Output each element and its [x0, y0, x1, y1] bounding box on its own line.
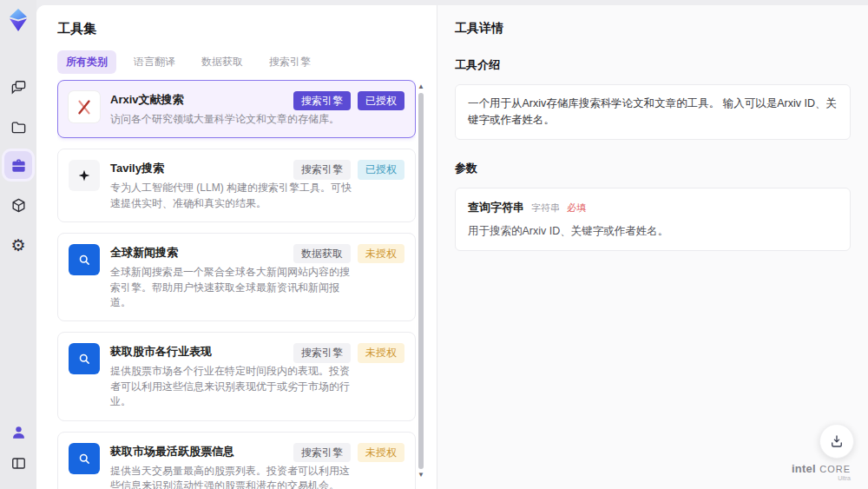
tool-description: 提供当天交易量最高的股票列表。投资者可以利用这些信息来识别流动性强的股票和潜在的…: [110, 464, 355, 489]
tool-detail-pane: 工具详情 工具介绍 一个用于从Arxiv存储库搜索科学论文和文章的工具。 输入可…: [437, 5, 868, 489]
tab-all-categories[interactable]: 所有类别: [57, 50, 116, 74]
tab-data-fetching[interactable]: 数据获取: [193, 50, 252, 74]
page-title: 工具集: [57, 21, 416, 37]
scrollbar-thumb[interactable]: [418, 93, 424, 469]
sidebar-item-account[interactable]: [4, 418, 32, 446]
category-badge: 搜索引擎: [293, 91, 351, 110]
sidebar-item-packages[interactable]: [4, 191, 32, 219]
tool-card-active-stocks[interactable]: 获取市场最活跃股票信息 提供当天交易量最高的股票列表。投资者可以利用这些信息来识…: [57, 432, 416, 489]
param-required-badge: 必填: [567, 201, 586, 215]
brand-ultra: Ultra: [792, 475, 851, 482]
folder-icon: [10, 119, 27, 135]
param-name: 查询字符串: [468, 199, 524, 216]
chat-icon: [10, 79, 27, 96]
download-icon: [829, 433, 845, 449]
tool-list-pane: 工具集 所有类别 语言翻译 数据获取 搜索引擎 A: [36, 5, 437, 489]
app-logo[interactable]: [7, 8, 30, 32]
news-search-icon: [69, 244, 100, 275]
sidebar-item-settings[interactable]: ⚙: [4, 231, 32, 259]
status-badge: 已授权: [358, 160, 404, 179]
tool-description: 访问各个研究领域大量科学论文和文章的存储库。: [110, 112, 355, 127]
sidebar-item-chat[interactable]: [4, 73, 32, 101]
main-panel: 工具集 所有类别 语言翻译 数据获取 搜索引擎 A: [36, 5, 868, 489]
status-badge: 未授权: [358, 443, 404, 462]
news-search-icon: [69, 343, 100, 374]
list-scrollbar[interactable]: ▲ ▼: [418, 83, 424, 479]
scroll-down-icon[interactable]: ▼: [418, 472, 424, 479]
news-search-icon: [69, 443, 100, 474]
sidebar: ⚙: [0, 0, 36, 489]
status-badge: 未授权: [358, 244, 404, 263]
tool-card-arxiv[interactable]: Arxiv文献搜索 访问各个研究领域大量科学论文和文章的存储库。 搜索引擎 已授…: [57, 80, 416, 138]
sidebar-item-tools[interactable]: [4, 151, 32, 179]
toolbox-icon: [10, 157, 27, 174]
intro-heading: 工具介绍: [455, 57, 851, 73]
param-description: 用于搜索的Arxiv ID、关键字或作者姓名。: [468, 223, 838, 240]
brand-core: CORE: [819, 464, 851, 474]
category-tabs: 所有类别 语言翻译 数据获取 搜索引擎: [57, 50, 416, 74]
param-type: 字符串: [531, 201, 560, 215]
category-badge: 数据获取: [293, 244, 351, 263]
user-icon: [10, 424, 27, 440]
tool-description: 全球新闻搜索是一个聚合全球各大新闻网站内容的搜索引擎。帮助用户快速获取全球最新资…: [110, 265, 355, 310]
intel-core-logo: intel CORE Ultra: [792, 460, 851, 482]
tool-card-tavily[interactable]: Tavily搜索 专为人工智能代理 (LLM) 构建的搜索引擎工具。可快速提供实…: [57, 149, 416, 222]
tool-card-global-news[interactable]: 全球新闻搜索 全球新闻搜索是一个聚合全球各大新闻网站内容的搜索引擎。帮助用户快速…: [57, 233, 416, 321]
category-badge: 搜索引擎: [293, 343, 351, 362]
category-badge: 搜索引擎: [293, 160, 351, 179]
panel-toggle-icon: [10, 455, 27, 472]
tool-description: 专为人工智能代理 (LLM) 构建的搜索引擎工具。可快速提供实时、准确和真实的结…: [110, 181, 355, 211]
tab-language-translation[interactable]: 语言翻译: [125, 50, 184, 74]
sparkle-icon: [69, 160, 100, 191]
brand-intel: intel: [792, 462, 816, 475]
logo-icon: [7, 8, 30, 32]
tool-description: 提供股票市场各个行业在特定时间段内的表现。投资者可以利用这些信息来识别表现优于或…: [110, 364, 355, 409]
status-badge: 已授权: [358, 91, 404, 110]
gear-icon: ⚙: [10, 237, 25, 254]
tool-card-sector-performance[interactable]: 获取股市各行业表现 提供股票市场各个行业在特定时间段内的表现。投资者可以利用这些…: [57, 332, 416, 420]
status-badge: 未授权: [358, 343, 404, 362]
arxiv-icon: [69, 91, 100, 122]
download-button[interactable]: [819, 424, 854, 459]
sidebar-item-panel-toggle[interactable]: [4, 449, 32, 477]
detail-title: 工具详情: [455, 21, 851, 36]
tab-search-engine[interactable]: 搜索引擎: [260, 50, 319, 74]
package-icon: [10, 197, 27, 214]
sidebar-item-files[interactable]: [4, 113, 32, 141]
scroll-up-icon[interactable]: ▲: [418, 83, 424, 90]
tool-list: Arxiv文献搜索 访问各个研究领域大量科学论文和文章的存储库。 搜索引擎 已授…: [57, 80, 416, 489]
params-heading: 参数: [455, 161, 851, 176]
tool-intro-text: 一个用于从Arxiv存储库搜索科学论文和文章的工具。 输入可以是Arxiv ID…: [455, 84, 851, 140]
category-badge: 搜索引擎: [293, 443, 351, 462]
param-card: 查询字符串 字符串 必填 用于搜索的Arxiv ID、关键字或作者姓名。: [455, 188, 851, 251]
